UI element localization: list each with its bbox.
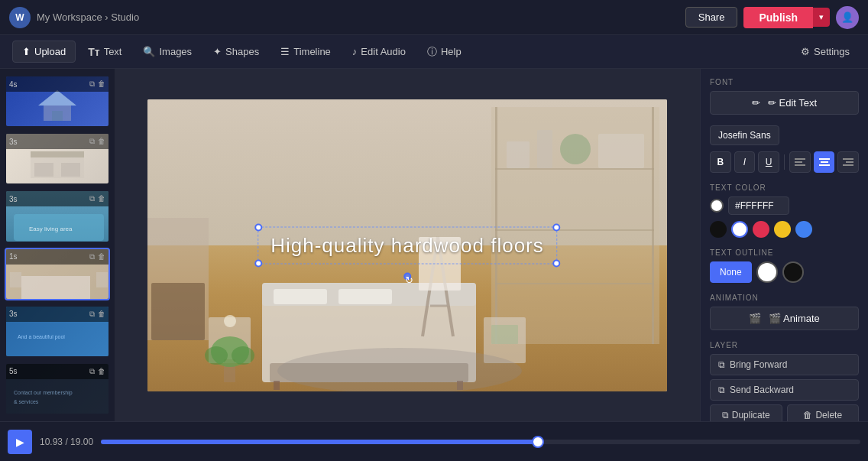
slide-item-active[interactable]: 1s ⧉ 🗑 <box>5 248 110 300</box>
resize-handle-tr[interactable] <box>552 223 560 231</box>
duplicate-icon: ⧉ <box>722 410 729 420</box>
settings-button[interactable]: ⚙ Settings <box>795 41 856 62</box>
edit-text-button[interactable]: ✏ ✏ Edit Text <box>710 91 859 115</box>
svg-rect-12 <box>96 272 108 287</box>
avatar[interactable]: 👤 <box>836 6 859 29</box>
slide-delete-icon: 🗑 <box>98 367 105 376</box>
swatch-yellow[interactable] <box>774 221 791 238</box>
nav-right: Share Publish ▾ 👤 <box>685 6 859 29</box>
main-content: 4s ⧉ 🗑 3s ⧉ 🗑 <box>0 69 868 421</box>
duplicate-button[interactable]: ⧉ Duplicate <box>710 404 782 421</box>
svg-marker-0 <box>38 90 76 106</box>
text-button[interactable]: Tт Text <box>79 41 131 63</box>
rotate-handle[interactable]: ↻ <box>403 272 411 280</box>
help-button[interactable]: ⓘ Help <box>418 41 471 63</box>
svg-text:Easy living area: Easy living area <box>29 226 73 232</box>
swatch-white[interactable] <box>731 221 748 238</box>
slide-item[interactable]: Easy living area 3s ⧉ 🗑 <box>5 190 110 242</box>
right-panel: FONT ✏ ✏ Edit Text Josefin Sans B I U <box>700 69 868 421</box>
slide-item[interactable]: Contact our membership & services 5s ⧉ 🗑 <box>5 362 110 415</box>
svg-rect-20 <box>652 107 654 344</box>
slide-item[interactable]: And a beautiful pool 3s ⧉ 🗑 <box>5 305 110 358</box>
svg-rect-6 <box>61 163 80 177</box>
outline-white-circle[interactable] <box>756 261 778 283</box>
delete-icon: 🗑 <box>803 410 812 420</box>
align-center-button[interactable] <box>814 151 835 173</box>
resize-handle-bl[interactable] <box>254 259 262 267</box>
color-hex-input[interactable] <box>728 196 789 215</box>
resize-handle-tl[interactable] <box>254 223 262 231</box>
italic-button[interactable]: I <box>734 151 756 173</box>
format-separator <box>784 154 785 170</box>
swatch-black[interactable] <box>710 221 727 238</box>
publish-dropdown-button[interactable]: ▾ <box>813 8 830 27</box>
svg-rect-24 <box>507 141 530 168</box>
delete-button[interactable]: 🗑 Delete <box>787 404 860 421</box>
share-button[interactable]: Share <box>685 7 738 28</box>
svg-rect-21 <box>495 168 654 170</box>
slide-copy-icon: ⧉ <box>89 194 95 203</box>
publish-button[interactable]: Publish <box>743 7 813 28</box>
slide-copy-icon: ⧉ <box>89 252 95 261</box>
edit-audio-button[interactable]: ♪ Edit Audio <box>343 41 415 62</box>
animate-button[interactable]: 🎬 🎬 Animate <box>710 307 859 330</box>
canvas-container[interactable]: ↻ High-quality hardwood floors <box>147 99 667 391</box>
slide-item[interactable]: 3s ⧉ 🗑 <box>5 132 110 185</box>
align-left-button[interactable] <box>789 151 811 173</box>
send-backward-button[interactable]: ⧉ Send Backward <box>710 379 859 401</box>
svg-rect-23 <box>495 283 654 284</box>
color-swatches <box>710 221 859 238</box>
color-circle[interactable] <box>710 199 724 213</box>
bottom-timeline-bar: ▶ 10.93 / 19.00 <box>0 421 868 461</box>
text-outline-section: TEXT OUTLINE None <box>710 248 859 283</box>
swatch-red[interactable] <box>753 221 769 238</box>
house-icon <box>34 86 80 125</box>
upload-button[interactable]: ⬆ Upload <box>12 41 76 63</box>
text-color-section: TEXT COLOR <box>710 183 859 238</box>
play-button[interactable]: ▶ <box>8 430 32 454</box>
outline-none-button[interactable]: None <box>710 261 752 283</box>
color-hex-row <box>710 196 859 215</box>
svg-rect-38 <box>491 325 518 344</box>
audio-icon: ♪ <box>352 46 358 57</box>
nav-left: W My Workspace › Studio <box>9 7 139 28</box>
resize-handle-br[interactable] <box>552 259 560 267</box>
canvas-background: ↻ High-quality hardwood floors <box>147 99 667 391</box>
toolbar-left: ⬆ Upload Tт Text 🔍 Images ✦ Shapes ☰ Tim… <box>12 41 471 63</box>
svg-rect-33 <box>274 381 280 390</box>
upload-icon: ⬆ <box>22 46 31 57</box>
text-outline-label: TEXT OUTLINE <box>710 248 859 257</box>
slide-delete-icon: 🗑 <box>98 137 105 146</box>
align-right-button[interactable] <box>837 151 859 173</box>
shapes-button[interactable]: ✦ Shapes <box>204 41 268 62</box>
settings-icon: ⚙ <box>801 46 810 57</box>
timeline-scrubber[interactable] <box>532 436 544 448</box>
toolbar: ⬆ Upload Tт Text 🔍 Images ✦ Shapes ☰ Tim… <box>0 35 868 69</box>
svg-point-26 <box>560 134 591 164</box>
canvas-text: High-quality hardwood floors <box>270 233 544 257</box>
timeline-progress <box>101 440 538 444</box>
bring-forward-button[interactable]: ⧉ Bring Forward <box>710 354 859 375</box>
timeline-track[interactable] <box>101 440 860 444</box>
slide-copy-icon: ⧉ <box>89 80 95 89</box>
slide-item[interactable]: 4s ⧉ 🗑 <box>5 75 110 128</box>
bold-button[interactable]: B <box>710 151 731 173</box>
svg-point-41 <box>205 346 228 365</box>
slide-delete-icon: 🗑 <box>98 310 105 319</box>
workspace-logo[interactable]: W <box>9 7 31 28</box>
svg-rect-49 <box>151 283 205 340</box>
layer-label: LAYER <box>710 341 859 349</box>
outline-black-circle[interactable] <box>782 261 804 283</box>
animate-icon: 🎬 <box>749 313 761 324</box>
underline-button[interactable]: U <box>758 151 779 173</box>
shapes-icon: ✦ <box>213 46 222 57</box>
swatch-blue[interactable] <box>795 221 812 238</box>
timeline-button[interactable]: ☰ Timeline <box>271 41 340 62</box>
canvas-text-box[interactable]: ↻ High-quality hardwood floors <box>257 226 557 264</box>
svg-rect-11 <box>10 272 21 287</box>
font-name-section: Josefin Sans B I U <box>710 125 859 173</box>
canvas-area: ↻ High-quality hardwood floors <box>115 69 700 421</box>
font-name-button[interactable]: Josefin Sans <box>710 125 779 145</box>
svg-rect-5 <box>34 163 53 177</box>
images-button[interactable]: 🔍 Images <box>134 41 201 62</box>
